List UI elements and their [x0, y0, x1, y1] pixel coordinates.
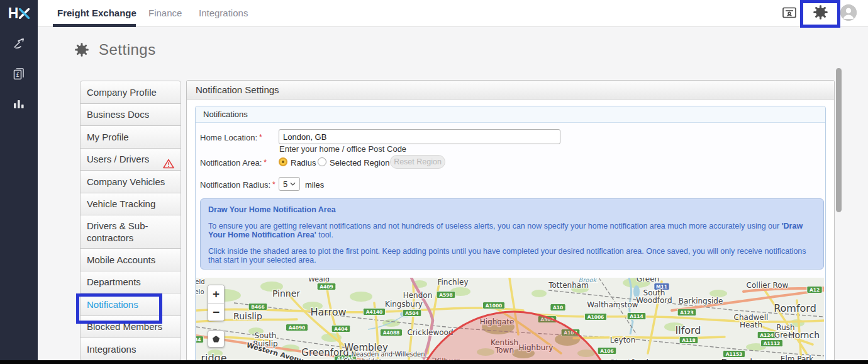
menu-item-notifications[interactable]: Notifications [80, 293, 181, 316]
reset-region-button[interactable]: Reset Region [390, 155, 445, 169]
logo-letter-h: H [8, 5, 18, 22]
map-zoom-controls: + − [208, 285, 225, 321]
map-place-label: Neasden and Willesden [351, 351, 425, 358]
required-asterisk: * [259, 133, 262, 142]
map-road-badge: A4090 [286, 324, 308, 331]
chevron-down-icon [290, 182, 296, 186]
map-draw-polygon-button[interactable] [208, 330, 225, 348]
required-asterisk: * [272, 180, 275, 189]
svg-text:A404: A404 [334, 326, 347, 332]
polygon-icon [212, 335, 220, 343]
contacts-card-icon[interactable] [782, 5, 797, 20]
svg-text:A12: A12 [810, 287, 820, 293]
reports-chart-icon[interactable] [11, 96, 26, 111]
svg-text:A598: A598 [439, 292, 452, 298]
required-asterisk: * [264, 158, 267, 167]
map-zoom-in-button[interactable]: + [208, 285, 224, 303]
radius-radio-selected[interactable] [279, 157, 287, 166]
draw-area-info-box: Draw Your Home Notification Area To ensu… [200, 198, 824, 270]
svg-text:A1000: A1000 [486, 303, 503, 309]
svg-text:A114: A114 [630, 314, 643, 319]
page-title: Settings [99, 41, 156, 59]
home-location-input[interactable] [279, 129, 560, 144]
menu-item-users-drivers[interactable]: Users / Drivers [80, 148, 181, 171]
vertical-scrollbar-thumb[interactable] [836, 68, 842, 212]
settings-menu: Company Profile Business Docs My Profile… [80, 81, 181, 361]
finance-documents-icon[interactable]: £ [11, 66, 26, 81]
menu-item-my-profile[interactable]: My Profile [80, 125, 181, 149]
map-road-badge: A4140 [364, 309, 386, 316]
map-road-badge: A4088 [381, 329, 403, 336]
user-avatar-icon[interactable] [840, 4, 857, 21]
map-place-label: eld [196, 278, 205, 285]
svg-text:B4: B4 [196, 337, 201, 343]
map-place-label: Green [637, 278, 659, 283]
tab-freight-exchange[interactable]: Freight Exchange [57, 8, 136, 18]
map-place-label: Kingsbury [385, 300, 423, 309]
svg-text:A504: A504 [405, 310, 418, 316]
map-road-badge: A124 [757, 332, 776, 339]
menu-item-integrations[interactable]: Integrations [80, 338, 181, 361]
map-place-label: Collier Row [747, 281, 789, 290]
menu-item-vehicle-tracking[interactable]: Vehicle Tracking [80, 193, 181, 216]
top-navigation-bar: Freight Exchange Finance Integrations [38, 0, 868, 27]
svg-text:A1006: A1006 [587, 314, 604, 320]
notification-area-map[interactable]: A409B466A4090A404A4140A504A4088A598A1000… [196, 278, 824, 364]
map-place-label: Ilford [675, 324, 701, 336]
map-road-badge: A12 [807, 287, 822, 293]
map-road-badge: A1006 [585, 314, 607, 321]
panel-header: Notification Settings [187, 81, 834, 100]
map-road-badge: A1153 [723, 351, 745, 358]
map-road-badge: A118 [679, 337, 698, 344]
map-place-label: Hornch [788, 330, 820, 340]
svg-text:A1112: A1112 [764, 341, 781, 346]
radius-select-dropdown[interactable]: 5 [279, 177, 300, 191]
info-box-paragraph-1: To ensure you are getting relevant notif… [208, 222, 816, 240]
menu-item-company-profile[interactable]: Company Profile [80, 81, 181, 104]
loads-exchange-icon[interactable] [11, 36, 26, 51]
selected-region-radio-label[interactable]: Selected Region [330, 158, 389, 168]
hx-logo[interactable]: H [0, 0, 38, 27]
svg-text:A106: A106 [600, 348, 613, 354]
map-place-label: Romford [774, 302, 816, 314]
map-place-label: South [255, 331, 277, 340]
map-place-label: Harrow [310, 306, 346, 318]
tab-finance[interactable]: Finance [148, 8, 182, 18]
map-place-label: Walthamstow [587, 300, 638, 309]
map-place-label: Woodford [636, 296, 672, 305]
notification-radius-label: Notification Radius:* [200, 180, 275, 190]
menu-item-departments[interactable]: Departments [80, 271, 181, 294]
home-location-label: Home Location:* [200, 133, 262, 142]
settings-gear-icon[interactable] [813, 4, 828, 20]
map-road-badge: A106 [598, 348, 616, 355]
logo-letter-x [19, 8, 30, 19]
info-box-paragraph-2: Click inside the shaded area to plot the… [208, 247, 816, 265]
map-place-label: Cricklewood [407, 328, 453, 337]
svg-text:A4140: A4140 [366, 309, 383, 315]
map-place-label: elo [196, 288, 204, 295]
info-box-title: Draw Your Home Notification Area [208, 205, 816, 215]
map-road-badge: B4 [196, 336, 203, 343]
map-svg: A409B466A4090A404A4140A504A4088A598A1000… [196, 278, 824, 364]
map-zoom-out-button[interactable]: − [208, 303, 224, 321]
menu-item-mobile-accounts[interactable]: Mobile Accounts [80, 248, 181, 271]
selected-region-radio[interactable] [318, 157, 326, 166]
radius-unit-label: miles [305, 180, 324, 190]
map-road-badge: A504 [403, 310, 421, 317]
notification-area-label: Notification Area:* [200, 158, 267, 168]
menu-item-blocked-members[interactable]: Blocked Members [80, 316, 181, 339]
map-place-label: Barkingside [679, 297, 723, 305]
map-place-label: Weald [308, 278, 330, 283]
bottom-black-bar [0, 360, 868, 364]
map-place-label: Brook [579, 278, 598, 283]
tab-integrations[interactable]: Integrations [199, 8, 248, 18]
menu-item-business-docs[interactable]: Business Docs [80, 103, 181, 127]
svg-text:B466: B466 [251, 304, 264, 310]
warning-triangle-icon [163, 154, 174, 164]
svg-text:A123: A123 [680, 310, 693, 316]
map-road-badge: A404 [331, 326, 350, 333]
home-location-helper: Enter your home / office Post Code [279, 144, 406, 154]
radius-radio-label[interactable]: Radius [291, 158, 316, 168]
menu-item-drivers-subcontractors[interactable]: Drivers & Sub-contractors [80, 215, 181, 249]
menu-item-company-vehicles[interactable]: Company Vehicles [80, 170, 181, 193]
